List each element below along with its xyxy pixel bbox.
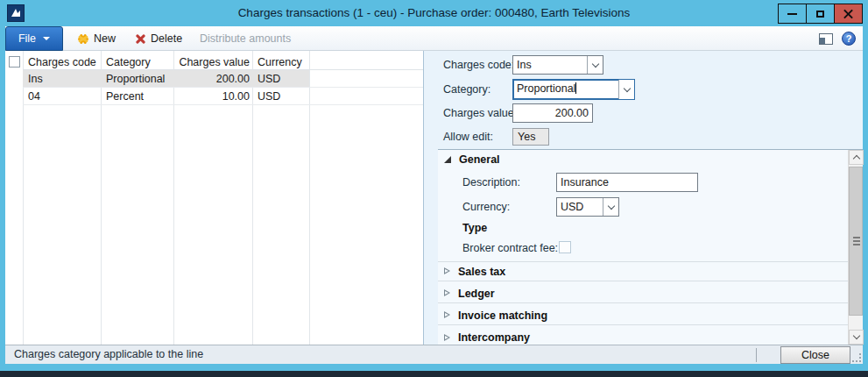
expand-section-icon: [444, 334, 450, 341]
type-heading: Type: [462, 222, 487, 234]
allow-edit-value: Yes: [512, 128, 549, 146]
column-header-charges-value[interactable]: Charges value: [176, 53, 250, 71]
description-label: Description:: [462, 173, 520, 192]
cell-charges-value[interactable]: 200.00: [176, 70, 250, 88]
delete-icon: [135, 33, 146, 45]
chevron-down-icon[interactable]: [618, 80, 634, 99]
table-row[interactable]: 04 Percent 10.00 USD: [23, 88, 423, 105]
currency-label: Currency:: [462, 197, 510, 217]
new-button-label: New: [94, 32, 116, 45]
cell-charges-code[interactable]: Ins: [28, 70, 98, 88]
detail-panel: Charges code: Ins Category: Proportional…: [424, 51, 863, 345]
fasttab-general-label: General: [459, 153, 500, 166]
charges-code-combobox[interactable]: Ins: [512, 55, 603, 75]
distribute-amounts-button: Distribute amounts: [200, 26, 291, 51]
chevron-down-icon: [43, 37, 50, 40]
resize-grip-icon[interactable]: [852, 353, 861, 362]
cell-charges-code[interactable]: 04: [28, 88, 98, 105]
layout-panes-icon[interactable]: [819, 33, 833, 45]
app-window: Charges transactions (1 - ceu) - Purchas…: [0, 0, 868, 371]
table-row-selected[interactable]: Ins Proportional 200.00 USD: [23, 70, 423, 88]
title-bar: Charges transactions (1 - ceu) - Purchas…: [0, 0, 868, 26]
chevron-down-icon: [852, 332, 859, 339]
scroll-up-button[interactable]: [849, 150, 864, 165]
close-window-button[interactable]: [834, 4, 863, 24]
expand-section-icon: [444, 290, 450, 297]
delete-button-label: Delete: [151, 32, 182, 45]
scrollbar-grip-icon: [853, 237, 860, 245]
cell-charges-value[interactable]: 10.00: [176, 88, 250, 105]
status-divider: [756, 348, 757, 362]
select-all-checkbox[interactable]: [9, 56, 20, 68]
charges-value-input[interactable]: 200.00: [512, 103, 593, 123]
status-bar: Charges category applicable to the line …: [5, 345, 863, 364]
fasttab-sales-tax-label: Sales tax: [458, 266, 505, 278]
expand-section-icon: [444, 268, 450, 275]
help-icon[interactable]: ?: [842, 32, 856, 46]
fasttab-sales-tax[interactable]: Sales tax: [438, 262, 848, 281]
maximize-button[interactable]: [806, 4, 835, 24]
chevron-up-icon: [852, 155, 859, 162]
fasttab-intercompany-label: Intercompany: [458, 331, 530, 344]
chevron-down-icon[interactable]: [587, 56, 603, 74]
text-cursor: [575, 82, 576, 94]
expand-section-icon: [444, 312, 450, 319]
fasttab-invoice-matching[interactable]: Invoice matching: [438, 306, 848, 325]
close-icon: [843, 9, 853, 18]
column-header-category[interactable]: Category: [106, 53, 176, 71]
maximize-icon: [816, 11, 824, 18]
scroll-down-button[interactable]: [849, 330, 864, 345]
column-header-charges-code[interactable]: Charges code: [28, 53, 98, 71]
broker-contract-fee-checkbox[interactable]: [559, 241, 571, 253]
category-value: Proportional: [517, 82, 575, 95]
vertical-scrollbar[interactable]: [848, 150, 863, 345]
category-combobox[interactable]: Proportional: [512, 79, 635, 100]
category-label: Category:: [443, 80, 490, 99]
delete-button[interactable]: Delete: [135, 26, 182, 51]
broker-contract-fee-label: Broker contract fee:: [462, 238, 558, 258]
charges-grid: Charges code Category Charges value Curr…: [5, 51, 423, 345]
cell-category[interactable]: Proportional: [106, 70, 176, 88]
charges-code-value: Ins: [513, 56, 587, 74]
fasttab-ledger-label: Ledger: [458, 288, 495, 300]
cell-currency[interactable]: USD: [258, 88, 310, 105]
chevron-down-icon[interactable]: [603, 198, 618, 216]
fasttab-general[interactable]: General: [438, 150, 848, 169]
cell-currency[interactable]: USD: [258, 70, 310, 88]
description-input[interactable]: Insurance: [556, 173, 698, 192]
collapse-section-icon: [444, 156, 451, 163]
new-icon: [77, 32, 89, 45]
charges-value-label: Charges value:: [443, 103, 517, 123]
minimize-button[interactable]: [778, 4, 807, 24]
toolbar: File New Delete Distribute amounts ?: [5, 26, 863, 51]
minimize-icon: [787, 13, 797, 15]
column-header-currency[interactable]: Currency: [258, 53, 310, 71]
status-message: Charges category applicable to the line: [14, 345, 203, 364]
cell-category[interactable]: Percent: [106, 88, 176, 105]
grid-header-row: Charges code Category Charges value Curr…: [23, 53, 423, 70]
allow-edit-label: Allow edit:: [443, 127, 493, 146]
currency-value: USD: [557, 198, 603, 216]
new-button[interactable]: New: [77, 26, 116, 51]
file-menu-button[interactable]: File: [5, 26, 63, 51]
file-menu-label: File: [18, 32, 36, 45]
desktop-edge: [0, 371, 868, 377]
scrollbar-thumb[interactable]: [849, 167, 863, 316]
fasttab-invoice-matching-label: Invoice matching: [458, 309, 547, 322]
window-title: Charges transactions (1 - ceu) - Purchas…: [0, 0, 868, 26]
fasttab-container: General Description: Insurance Currency:…: [438, 149, 863, 345]
currency-combobox[interactable]: USD: [556, 197, 619, 217]
charges-code-label: Charges code:: [443, 55, 514, 75]
fasttab-ledger[interactable]: Ledger: [438, 284, 848, 303]
close-button[interactable]: Close: [780, 346, 850, 364]
